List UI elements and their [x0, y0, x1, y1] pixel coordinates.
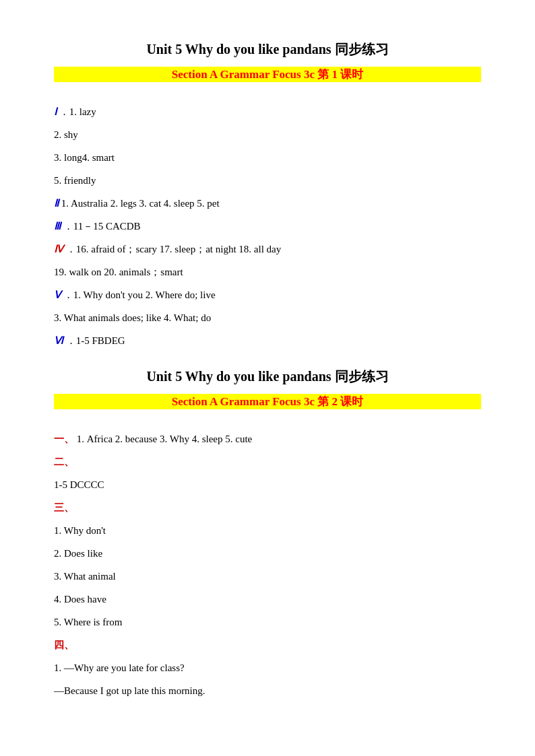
line-yi: 一、 1. Africa 2. because 3. Why 4. sleep … — [54, 431, 481, 447]
label-si: 四、 — [54, 640, 74, 650]
line-v-3: 3. What animals does; like 4. What; do — [54, 310, 481, 326]
part2-container: Unit 5 Why do you like pandans 同步练习 Sect… — [54, 368, 481, 699]
line-si-a: —Because I got up late this morning. — [54, 683, 481, 699]
part2-section-title-wrapper: Section A Grammar Focus 3c 第 2 课时 — [54, 394, 481, 420]
text-ii: 1. Australia 2. legs 3. cat 4. sleep 5. … — [61, 198, 220, 209]
text-iv-19: 19. walk on 20. animals；smart — [54, 267, 183, 277]
text-yi: 1. Africa 2. because 3. Why 4. sleep 5. … — [77, 434, 252, 444]
line-san-3: 3. What animal — [54, 568, 481, 584]
text-iv-16: ．16. afraid of；scary 17. sleep；at night … — [66, 244, 282, 254]
label-yi: 一、 — [54, 434, 74, 444]
text-i-3: 3. long4. smart — [54, 152, 115, 163]
line-v-1: Ⅴ ．1. Why don't you 2. Where do; live — [54, 287, 481, 303]
line-i-3: 3. long4. smart — [54, 149, 481, 166]
text-iii: ．11－15 CACDB — [63, 221, 141, 232]
text-vi: ．1-5 FBDEG — [66, 335, 125, 346]
label-iii: Ⅲ — [54, 221, 61, 232]
text-v-3: 3. What animals does; like 4. What; do — [54, 312, 211, 323]
label-iv: Ⅳ — [54, 244, 63, 254]
text-san-2: 2. Does like — [54, 548, 102, 559]
line-san-5: 5. Where is from — [54, 614, 481, 630]
label-er: 二、 — [54, 456, 74, 467]
part1-container: Unit 5 Why do you like pandans 同步练习 Sect… — [54, 40, 481, 349]
part1-section-title-wrapper: Section A Grammar Focus 3c 第 1 课时 — [54, 67, 481, 93]
line-iv-19: 19. walk on 20. animals；smart — [54, 264, 481, 280]
line-iv-16: Ⅳ ．16. afraid of；scary 17. sleep；at nigh… — [54, 241, 481, 257]
text-si-q: 1. —Why are you late for class? — [54, 662, 185, 673]
text-v-1: ．1. Why don't you 2. Where do; live — [63, 289, 216, 300]
label-v: Ⅴ — [54, 289, 61, 300]
line-er: 二、 — [54, 454, 481, 470]
label-i: Ⅰ — [54, 106, 57, 117]
line-si-q: 1. —Why are you late for class? — [54, 660, 481, 676]
line-san-1: 1. Why don't — [54, 522, 481, 539]
label-san: 三、 — [54, 502, 74, 513]
part1-title: Unit 5 Why do you like pandans 同步练习 — [54, 40, 481, 59]
line-si: 四、 — [54, 637, 481, 653]
line-san-4: 4. Does have — [54, 591, 481, 607]
text-er-content: 1-5 DCCCC — [54, 479, 104, 490]
line-er-content: 1-5 DCCCC — [54, 477, 481, 493]
line-san-2: 2. Does like — [54, 545, 481, 561]
line-i-5: 5. friendly — [54, 172, 481, 188]
text-san-1: 1. Why don't — [54, 525, 106, 536]
line-ii: Ⅱ 1. Australia 2. legs 3. cat 4. sleep 5… — [54, 195, 481, 211]
label-vi: Ⅵ — [54, 335, 63, 346]
label-ii: Ⅱ — [54, 198, 59, 209]
text-san-5: 5. Where is from — [54, 617, 122, 627]
line-i-2: 2. shy — [54, 127, 481, 143]
text-i-5: 5. friendly — [54, 175, 96, 186]
text-i-1: ．1. lazy — [59, 106, 96, 117]
part2-section-title: Section A Grammar Focus 3c 第 2 课时 — [54, 394, 481, 409]
line-vi: Ⅵ ．1-5 FBDEG — [54, 333, 481, 349]
line-san: 三、 — [54, 500, 481, 516]
part2-title: Unit 5 Why do you like pandans 同步练习 — [54, 368, 481, 386]
text-san-4: 4. Does have — [54, 594, 106, 605]
line-i-1: Ⅰ ．1. lazy — [54, 104, 481, 120]
line-iii: Ⅲ ．11－15 CACDB — [54, 218, 481, 234]
part1-section-title: Section A Grammar Focus 3c 第 1 课时 — [54, 67, 481, 82]
text-i-2: 2. shy — [54, 129, 78, 140]
text-san-3: 3. What animal — [54, 571, 116, 582]
text-si-a: —Because I got up late this morning. — [54, 685, 206, 696]
